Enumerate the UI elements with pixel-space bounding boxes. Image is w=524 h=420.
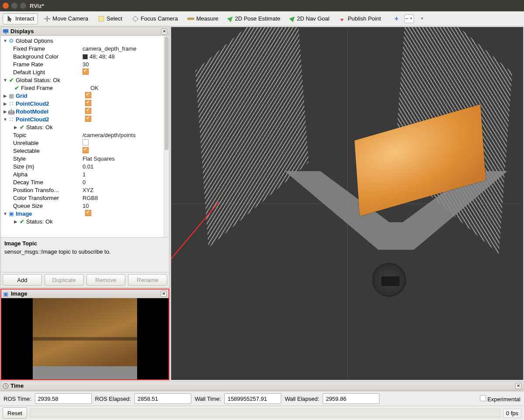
prop-style[interactable]: Style <box>13 155 81 162</box>
time-panel: Time ✕ <box>0 381 524 391</box>
pointcloud-icon: ∷ <box>8 100 15 107</box>
move-camera-tool[interactable]: Move Camera <box>40 13 92 24</box>
prop-frame-rate[interactable]: Frame Rate <box>13 61 81 68</box>
svg-point-1 <box>133 17 138 21</box>
prop-background-color[interactable]: Background Color <box>13 53 81 60</box>
prop-default-light[interactable]: Default Light <box>13 69 81 76</box>
interact-tool[interactable]: Interact <box>3 13 38 24</box>
displays-tree[interactable]: ▼⚙Global Options Fixed Framecamera_depth… <box>1 36 169 237</box>
checkbox-checked-icon[interactable] <box>85 92 91 98</box>
time-panel-header[interactable]: Time ✕ <box>1 382 523 390</box>
checkbox-checked-icon[interactable] <box>85 108 91 114</box>
pin-icon <box>339 15 346 22</box>
tree-item-grid[interactable]: Grid <box>16 93 83 99</box>
plus-icon: + <box>394 15 398 23</box>
tree-item-global-options[interactable]: Global Options <box>16 38 83 44</box>
pointcloud-render <box>195 27 308 248</box>
property-description: Image Topic sensor_msgs::Image topic to … <box>1 237 169 272</box>
experimental-checkbox[interactable]: Experimental <box>480 395 521 403</box>
checkbox-unchecked-icon[interactable] <box>83 139 89 145</box>
pose-estimate-tool[interactable]: 2D Pose Estimate <box>224 13 284 24</box>
minus-icon: − <box>405 15 409 22</box>
cursor-icon <box>7 15 14 22</box>
color-swatch <box>83 54 88 59</box>
focus-camera-tool[interactable]: Focus Camera <box>128 13 182 24</box>
view-dropdown[interactable]: ▼ <box>416 13 426 24</box>
prop-selectable[interactable]: Selectable <box>13 148 81 154</box>
image-panel: ▣ Image ✕ <box>0 289 169 380</box>
checkbox-unchecked-icon <box>480 395 486 401</box>
prop-alpha[interactable]: Alpha <box>13 171 81 178</box>
arrow-icon <box>227 14 234 22</box>
prop-color-transformer[interactable]: Color Transformer <box>13 195 81 201</box>
reset-button[interactable]: Reset <box>3 407 27 419</box>
remove-button[interactable]: Remove <box>86 274 126 286</box>
add-button[interactable]: Add <box>3 274 42 286</box>
remove-tool-dropdown[interactable]: −▼ <box>404 14 414 23</box>
ros-elapsed-label: ROS Elapsed: <box>95 396 131 402</box>
tree-item-robotmodel[interactable]: RobotModel <box>16 108 83 115</box>
select-tool[interactable]: Select <box>94 13 126 24</box>
panel-close-button[interactable]: ✕ <box>161 291 167 297</box>
chevron-down-icon: ▼ <box>410 17 413 21</box>
status-bar: Reset 0 fps <box>0 406 524 420</box>
prop-queue-size[interactable]: Queue Size <box>13 203 81 209</box>
tree-item-pointcloud2-a[interactable]: PointCloud2 <box>16 100 83 107</box>
panel-close-button[interactable]: ✕ <box>515 383 521 389</box>
ok-check-icon: ✔ <box>8 76 15 83</box>
svg-rect-0 <box>99 16 104 21</box>
move-icon <box>44 15 51 22</box>
status-image[interactable]: Status: Ok <box>26 218 94 225</box>
tree-item-global-status[interactable]: Global Status: Ok <box>16 77 83 83</box>
scrollbar[interactable] <box>164 36 169 237</box>
image-icon: ▣ <box>3 291 9 297</box>
ok-check-icon: ✔ <box>18 218 25 225</box>
prop-unreliable[interactable]: Unreliable <box>13 140 81 146</box>
wall-elapsed-label: Wall Elapsed: <box>285 396 319 402</box>
duplicate-button[interactable]: Duplicate <box>45 274 84 286</box>
nav-goal-tool[interactable]: 2D Nav Goal <box>286 13 333 24</box>
checkbox-checked-icon[interactable] <box>85 116 91 122</box>
grid-icon: ▦ <box>8 92 15 99</box>
focus-icon <box>132 15 139 22</box>
robot-icon: 🤖 <box>8 108 15 115</box>
ruler-icon <box>187 15 194 22</box>
arrow-icon <box>289 14 296 22</box>
ros-time-label: ROS Time: <box>3 396 31 402</box>
panel-close-button[interactable]: ✕ <box>161 28 167 34</box>
robot-model <box>372 263 406 297</box>
checkbox-checked-icon[interactable] <box>83 69 89 75</box>
status-fixed-frame: Fixed Frame <box>21 85 89 91</box>
prop-topic[interactable]: Topic <box>13 132 81 138</box>
checkbox-checked-icon[interactable] <box>83 147 89 153</box>
displays-panel-header[interactable]: Displays ✕ <box>1 27 169 36</box>
window-maximize-button[interactable] <box>20 3 26 9</box>
checkbox-checked-icon[interactable] <box>85 210 91 216</box>
prop-fixed-frame[interactable]: Fixed Frame <box>13 45 81 52</box>
wall-elapsed-field[interactable] <box>323 393 379 404</box>
window-titlebar: RViz* <box>0 0 524 11</box>
ros-time-field[interactable] <box>35 393 92 404</box>
checkbox-checked-icon[interactable] <box>85 100 91 106</box>
prop-position-transformer[interactable]: Position Transfo… <box>13 187 81 193</box>
image-panel-header[interactable]: ▣ Image ✕ <box>1 289 169 298</box>
ok-check-icon: ✔ <box>18 124 25 131</box>
prop-decay-time[interactable]: Decay Time <box>13 179 81 186</box>
window-minimize-button[interactable] <box>11 3 17 9</box>
svg-rect-5 <box>3 29 8 33</box>
measure-tool[interactable]: Measure <box>183 13 222 24</box>
3d-viewport[interactable] <box>171 27 524 380</box>
prop-size[interactable]: Size (m) <box>13 163 81 170</box>
window-close-button[interactable] <box>3 3 9 9</box>
ok-check-icon: ✔ <box>13 84 20 91</box>
monitor-icon <box>3 28 9 34</box>
publish-point-tool[interactable]: Publish Point <box>335 13 385 24</box>
add-tool-button[interactable]: + <box>390 13 402 25</box>
tree-item-pointcloud2-b[interactable]: PointCloud2 <box>16 116 83 123</box>
status-pc2[interactable]: Status: Ok <box>26 124 94 131</box>
time-values-row: ROS Time: ROS Elapsed: Wall Time: Wall E… <box>0 391 524 406</box>
wall-time-field[interactable] <box>224 393 281 404</box>
ros-elapsed-field[interactable] <box>134 393 191 404</box>
rename-button[interactable]: Rename <box>128 274 167 286</box>
tree-item-image[interactable]: Image <box>16 210 83 217</box>
